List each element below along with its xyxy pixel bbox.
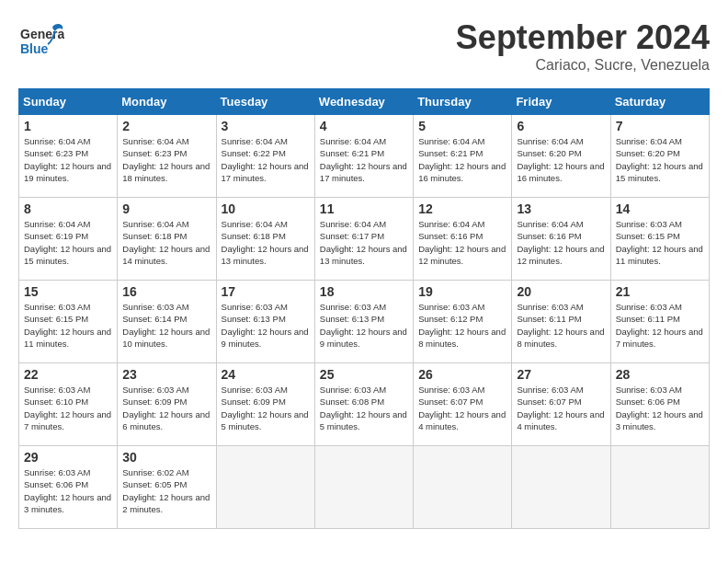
logo: General Blue	[18, 18, 64, 68]
day-number: 10	[222, 201, 310, 216]
day-number: 25	[320, 367, 408, 382]
empty-cell	[414, 446, 512, 529]
calendar-day: 13Sunrise: 6:04 AMSunset: 6:16 PMDayligh…	[512, 198, 610, 281]
day-info: Sunrise: 6:03 AMSunset: 6:13 PMDaylight:…	[320, 301, 408, 350]
day-info: Sunrise: 6:04 AMSunset: 6:22 PMDaylight:…	[222, 135, 310, 184]
day-info: Sunrise: 6:04 AMSunset: 6:23 PMDaylight:…	[24, 135, 112, 184]
calendar-week-row: 22Sunrise: 6:03 AMSunset: 6:10 PMDayligh…	[19, 363, 710, 446]
calendar-day: 20Sunrise: 6:03 AMSunset: 6:11 PMDayligh…	[512, 281, 610, 363]
calendar-day: 9Sunrise: 6:04 AMSunset: 6:18 PMDaylight…	[118, 198, 216, 281]
day-number: 19	[418, 284, 506, 299]
day-number: 17	[222, 284, 310, 299]
day-info: Sunrise: 6:03 AMSunset: 6:06 PMDaylight:…	[24, 466, 112, 515]
calendar-day: 7Sunrise: 6:04 AMSunset: 6:20 PMDaylight…	[610, 115, 709, 198]
calendar-day: 6Sunrise: 6:04 AMSunset: 6:20 PMDaylight…	[512, 115, 610, 198]
calendar-day: 28Sunrise: 6:03 AMSunset: 6:06 PMDayligh…	[610, 363, 709, 446]
day-info: Sunrise: 6:04 AMSunset: 6:21 PMDaylight:…	[418, 135, 506, 184]
day-info: Sunrise: 6:03 AMSunset: 6:14 PMDaylight:…	[122, 301, 210, 350]
day-info: Sunrise: 6:04 AMSunset: 6:16 PMDaylight:…	[517, 218, 605, 267]
day-info: Sunrise: 6:04 AMSunset: 6:17 PMDaylight:…	[320, 218, 408, 267]
logo-icon: General Blue	[18, 18, 64, 64]
day-number: 6	[517, 119, 605, 133]
calendar-day: 14Sunrise: 6:03 AMSunset: 6:15 PMDayligh…	[610, 198, 709, 281]
day-number: 14	[616, 201, 704, 216]
day-info: Sunrise: 6:04 AMSunset: 6:20 PMDaylight:…	[616, 135, 704, 184]
calendar-day: 23Sunrise: 6:03 AMSunset: 6:09 PMDayligh…	[118, 363, 216, 446]
day-number: 28	[616, 367, 704, 382]
day-info: Sunrise: 6:03 AMSunset: 6:12 PMDaylight:…	[418, 301, 506, 350]
day-info: Sunrise: 6:04 AMSunset: 6:20 PMDaylight:…	[517, 135, 605, 184]
day-number: 4	[320, 119, 408, 133]
day-info: Sunrise: 6:04 AMSunset: 6:18 PMDaylight:…	[122, 218, 210, 267]
empty-cell	[216, 446, 314, 529]
day-number: 15	[24, 284, 112, 299]
day-number: 30	[122, 450, 210, 465]
day-info: Sunrise: 6:03 AMSunset: 6:07 PMDaylight:…	[418, 384, 506, 432]
calendar-day: 24Sunrise: 6:03 AMSunset: 6:09 PMDayligh…	[216, 363, 314, 446]
day-of-week-header: Thursday	[414, 89, 512, 115]
empty-cell	[512, 446, 610, 529]
day-number: 22	[24, 367, 112, 382]
day-number: 12	[418, 201, 506, 216]
day-number: 5	[418, 119, 506, 133]
calendar-day: 10Sunrise: 6:04 AMSunset: 6:18 PMDayligh…	[216, 198, 314, 281]
day-number: 9	[122, 201, 210, 216]
day-of-week-header: Wednesday	[314, 89, 413, 115]
day-info: Sunrise: 6:04 AMSunset: 6:19 PMDaylight:…	[24, 218, 112, 267]
calendar-day: 19Sunrise: 6:03 AMSunset: 6:12 PMDayligh…	[414, 281, 512, 363]
svg-text:Blue: Blue	[20, 41, 49, 56]
calendar-table: SundayMondayTuesdayWednesdayThursdayFrid…	[18, 88, 710, 529]
day-of-week-header: Tuesday	[216, 89, 314, 115]
day-number: 13	[517, 201, 605, 216]
day-number: 20	[517, 284, 605, 299]
location: Cariaco, Sucre, Venezuela	[456, 57, 710, 74]
calendar-day: 17Sunrise: 6:03 AMSunset: 6:13 PMDayligh…	[216, 281, 314, 363]
day-info: Sunrise: 6:04 AMSunset: 6:23 PMDaylight:…	[122, 135, 210, 184]
day-info: Sunrise: 6:04 AMSunset: 6:16 PMDaylight:…	[418, 218, 506, 267]
day-info: Sunrise: 6:03 AMSunset: 6:11 PMDaylight:…	[517, 301, 605, 350]
calendar-day: 16Sunrise: 6:03 AMSunset: 6:14 PMDayligh…	[118, 281, 216, 363]
day-info: Sunrise: 6:02 AMSunset: 6:05 PMDaylight:…	[122, 466, 210, 515]
calendar-day: 29Sunrise: 6:03 AMSunset: 6:06 PMDayligh…	[19, 446, 118, 529]
calendar-day: 15Sunrise: 6:03 AMSunset: 6:15 PMDayligh…	[19, 281, 118, 363]
day-info: Sunrise: 6:03 AMSunset: 6:09 PMDaylight:…	[122, 384, 210, 432]
empty-cell	[314, 446, 413, 529]
day-number: 29	[24, 450, 112, 465]
day-info: Sunrise: 6:03 AMSunset: 6:06 PMDaylight:…	[616, 384, 704, 432]
empty-cell	[610, 446, 709, 529]
day-info: Sunrise: 6:03 AMSunset: 6:08 PMDaylight:…	[320, 384, 408, 432]
calendar-week-row: 15Sunrise: 6:03 AMSunset: 6:15 PMDayligh…	[19, 281, 710, 363]
day-info: Sunrise: 6:04 AMSunset: 6:21 PMDaylight:…	[320, 135, 408, 184]
day-of-week-header: Saturday	[610, 89, 709, 115]
calendar-day: 12Sunrise: 6:04 AMSunset: 6:16 PMDayligh…	[414, 198, 512, 281]
day-info: Sunrise: 6:03 AMSunset: 6:09 PMDaylight:…	[222, 384, 310, 432]
calendar-day: 22Sunrise: 6:03 AMSunset: 6:10 PMDayligh…	[19, 363, 118, 446]
day-info: Sunrise: 6:03 AMSunset: 6:15 PMDaylight:…	[616, 218, 704, 267]
day-of-week-header: Monday	[118, 89, 216, 115]
day-number: 21	[616, 284, 704, 299]
day-info: Sunrise: 6:03 AMSunset: 6:11 PMDaylight:…	[616, 301, 704, 350]
day-info: Sunrise: 6:03 AMSunset: 6:10 PMDaylight:…	[24, 384, 112, 432]
calendar-day: 26Sunrise: 6:03 AMSunset: 6:07 PMDayligh…	[414, 363, 512, 446]
calendar-day: 27Sunrise: 6:03 AMSunset: 6:07 PMDayligh…	[512, 363, 610, 446]
day-number: 16	[122, 284, 210, 299]
calendar-week-row: 1Sunrise: 6:04 AMSunset: 6:23 PMDaylight…	[19, 115, 710, 198]
title-section: September 2024 Cariaco, Sucre, Venezuela	[456, 18, 710, 74]
calendar-week-row: 29Sunrise: 6:03 AMSunset: 6:06 PMDayligh…	[19, 446, 710, 529]
day-number: 8	[24, 201, 112, 216]
page-header: General Blue September 2024 Cariaco, Suc…	[18, 18, 710, 74]
day-of-week-header: Friday	[512, 89, 610, 115]
calendar-week-row: 8Sunrise: 6:04 AMSunset: 6:19 PMDaylight…	[19, 198, 710, 281]
calendar-day: 1Sunrise: 6:04 AMSunset: 6:23 PMDaylight…	[19, 115, 118, 198]
day-number: 2	[122, 119, 210, 133]
calendar-day: 8Sunrise: 6:04 AMSunset: 6:19 PMDaylight…	[19, 198, 118, 281]
calendar-header-row: SundayMondayTuesdayWednesdayThursdayFrid…	[19, 89, 710, 115]
calendar-day: 25Sunrise: 6:03 AMSunset: 6:08 PMDayligh…	[314, 363, 413, 446]
day-number: 26	[418, 367, 506, 382]
calendar-day: 18Sunrise: 6:03 AMSunset: 6:13 PMDayligh…	[314, 281, 413, 363]
calendar-day: 5Sunrise: 6:04 AMSunset: 6:21 PMDaylight…	[414, 115, 512, 198]
day-number: 18	[320, 284, 408, 299]
month-title: September 2024	[456, 18, 710, 57]
calendar-day: 4Sunrise: 6:04 AMSunset: 6:21 PMDaylight…	[314, 115, 413, 198]
day-number: 27	[517, 367, 605, 382]
